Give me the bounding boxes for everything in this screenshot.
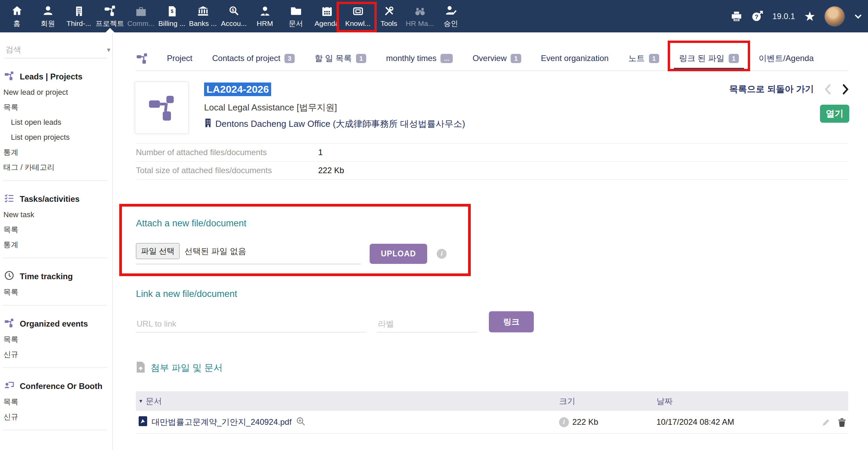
previous-record-icon[interactable] (824, 84, 832, 95)
back-to-list-link[interactable]: 목록으로 되돌아 가기 (729, 83, 814, 95)
attached-files-title: 첨부 파일 및 문서 (136, 362, 223, 374)
hrm-icon (259, 5, 271, 18)
chevron-down-icon[interactable] (854, 12, 863, 21)
version-label: 19.0.1 (772, 12, 795, 21)
svg-text:?: ? (755, 13, 758, 20)
chevron-down-icon[interactable]: ▾ (107, 46, 110, 54)
sidebar-search: ▾ (5, 45, 107, 58)
menu-hrm[interactable]: HRM (249, 0, 280, 32)
summary-value: 1 (318, 148, 323, 157)
column-header-size[interactable]: 크기 (559, 396, 656, 407)
zoom-preview-icon[interactable] (296, 417, 305, 428)
sidebar-item-task-list[interactable]: 목록 (0, 222, 112, 237)
thirdparty-icon (73, 5, 85, 18)
next-record-icon[interactable] (842, 84, 849, 95)
search-input[interactable] (5, 45, 107, 55)
link-file-row: 링크 (136, 311, 534, 332)
sidebar-section-leads-projects: Leads | Projects New lead or project 목록 … (0, 69, 112, 181)
file-link[interactable]: 대만법률고문계약_기안지_240924.pdf (136, 416, 559, 428)
tab-badge: 1 (356, 54, 367, 63)
edit-pencil-icon[interactable] (822, 418, 831, 427)
tab-contacts[interactable]: Contacts of project3 (202, 46, 305, 71)
menu-hr-management[interactable]: HR Ma... (404, 0, 435, 32)
sidebar-item-conference-list[interactable]: 목록 (0, 394, 112, 409)
sidebar-item-project-stats[interactable]: 통계 (0, 145, 112, 160)
sidebar-item-new-lead[interactable]: New lead or project (0, 85, 112, 100)
menu-label: Agenda (314, 19, 339, 28)
project-ref: LA2024-2026 (204, 82, 271, 96)
tab-label: Event organization (541, 54, 609, 63)
status-badge[interactable]: 열기 (820, 105, 849, 123)
print-icon[interactable] (731, 11, 742, 22)
tab-notes[interactable]: 노트1 (619, 46, 669, 71)
tab-events-agenda[interactable]: 이벤트/Agenda (749, 46, 823, 71)
info-icon[interactable]: i (437, 249, 447, 259)
tab-linked-files[interactable]: 링크 된 파일 1 (669, 46, 749, 71)
menu-knowledge[interactable]: Knowl... (342, 0, 373, 32)
menu-label: HR Ma... (406, 19, 434, 28)
menu-projects[interactable]: 프로젝트 (94, 0, 125, 32)
menu-agenda[interactable]: Agenda (311, 0, 342, 32)
summary-label: Total size of attached files/documents (136, 166, 318, 175)
menu-accounting[interactable]: $ Accou... (218, 0, 249, 32)
sidebar-item-project-list[interactable]: 목록 (0, 100, 112, 115)
upload-button[interactable]: UPLOAD (370, 244, 427, 264)
svg-text:$: $ (171, 9, 173, 14)
sidebar-item-events-new[interactable]: 신규 (0, 347, 112, 362)
menu-banks[interactable]: Banks ... (187, 0, 218, 32)
project-heading: LA2024-2026 Local Legal Assistance [법무지원… (204, 82, 465, 134)
tab-event-organization[interactable]: Event organization (531, 46, 619, 71)
table-header: ▾문서 크기 날짜 (136, 391, 848, 411)
sidebar-item-new-task[interactable]: New task (0, 207, 112, 222)
menu-thirdparties[interactable]: Third-... (63, 0, 94, 32)
column-header-date[interactable]: 날짜 (656, 396, 810, 407)
menu-label: 홈 (13, 19, 20, 28)
delete-trash-icon[interactable] (838, 417, 846, 427)
sidebar-item-tags-categories[interactable]: 태그 / 카테고리 (0, 160, 112, 175)
menu-approval[interactable]: 승인 (435, 0, 466, 32)
menu-billing[interactable]: $ Billing ... (156, 0, 187, 32)
menu-documents[interactable]: 문서 (280, 0, 311, 32)
column-header-document[interactable]: ▾문서 (136, 396, 559, 407)
tab-overview[interactable]: Overview1 (463, 46, 531, 71)
thirdparty-link[interactable]: Dentons Dacheng Law Office (大成律師事務所 대성법률… (204, 118, 465, 130)
menu-tools[interactable]: Tools (373, 0, 404, 32)
menu-label: Accou... (221, 19, 247, 28)
menu-home[interactable]: 홈 (1, 0, 32, 32)
summary-row: Total size of attached files/documents 2… (136, 162, 848, 180)
sidebar-section-title: Tasks/activities (0, 191, 112, 207)
tab-badge: 3 (284, 54, 295, 63)
attach-section-title: Attach a new file/document (136, 218, 246, 229)
file-size: 222 Kb (572, 417, 598, 427)
sidebar-item-list-open-leads[interactable]: List open leads (0, 115, 112, 130)
link-button[interactable]: 링크 (489, 311, 534, 332)
info-icon[interactable]: i (559, 417, 569, 427)
billing-icon: $ (166, 5, 178, 18)
sidebar-item-list-open-projects[interactable]: List open projects (0, 130, 112, 145)
tab-todo-list[interactable]: 할 일 목록1 (305, 46, 376, 71)
commerce-icon (135, 5, 147, 18)
tab-monthly-times[interactable]: monthly times... (376, 46, 463, 71)
choose-file-button[interactable]: 파일 선택 (136, 243, 180, 259)
link-label-input[interactable] (377, 316, 478, 332)
tab-bar: Project Contacts of project3 할 일 목록1 mon… (136, 46, 848, 71)
sidebar-item-events-list[interactable]: 목록 (0, 332, 112, 347)
menu-commerce[interactable]: Comm... (125, 0, 156, 32)
sidebar-item-task-stats[interactable]: 통계 (0, 237, 112, 252)
collapse-triangle-icon[interactable]: ▾ (139, 397, 142, 405)
project-icon (147, 93, 176, 122)
sidebar-item-time-list[interactable]: 목록 (0, 285, 112, 300)
tab-label: Overview (472, 54, 507, 63)
bookmark-star-icon[interactable]: ★ (804, 10, 816, 23)
sidebar-item-conference-new[interactable]: 신규 (0, 409, 112, 424)
menu-label: 문서 (289, 19, 303, 28)
user-avatar[interactable] (824, 6, 845, 27)
sidebar-section-title: Conference Or Booth (0, 378, 112, 394)
url-to-link-input[interactable] (136, 316, 366, 332)
main-content: Project Contacts of project3 할 일 목록1 mon… (113, 32, 868, 450)
tab-project[interactable]: Project (157, 46, 202, 71)
menu-members[interactable]: 회원 (32, 0, 63, 32)
file-input[interactable]: 파일 선택 선택된 파일 없음 (136, 243, 361, 264)
column-label: 날짜 (656, 396, 673, 407)
help-icon[interactable]: ? (751, 10, 763, 22)
